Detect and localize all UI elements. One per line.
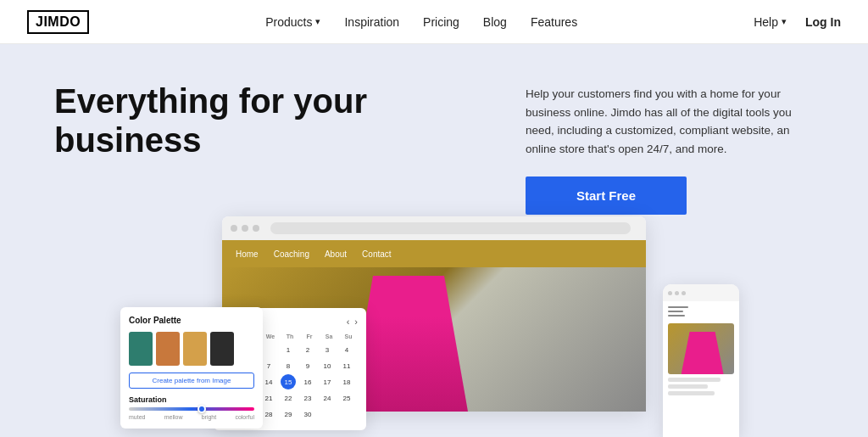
mobile-mockup bbox=[663, 284, 739, 437]
cal-day[interactable]: 24 bbox=[320, 390, 335, 406]
cal-day[interactable]: 2 bbox=[300, 342, 315, 357]
hero-description: Help your customers find you with a home… bbox=[526, 85, 814, 158]
nav-blog[interactable]: Blog bbox=[483, 15, 507, 29]
cal-header-th: Th bbox=[281, 332, 299, 341]
cal-header-su: Su bbox=[339, 332, 358, 341]
palette-title: Color Palette bbox=[129, 316, 254, 325]
nav-inspiration[interactable]: Inspiration bbox=[344, 15, 399, 29]
cal-day[interactable]: 22 bbox=[281, 390, 296, 406]
mobile-dot-3 bbox=[682, 291, 686, 295]
calendar-navigation: ‹ › bbox=[347, 317, 358, 327]
cal-day[interactable]: 10 bbox=[320, 358, 335, 373]
cal-day[interactable]: 21 bbox=[261, 390, 276, 406]
cal-day[interactable]: 28 bbox=[261, 406, 276, 422]
browser-url-bar bbox=[270, 222, 631, 234]
logo[interactable]: JIMDO bbox=[27, 10, 89, 34]
website-nav-home: Home bbox=[236, 249, 259, 259]
mockups-area: Home Coaching About Contact Color Palett… bbox=[103, 216, 765, 437]
browser-dot-1 bbox=[231, 225, 237, 232]
hamburger-line-1 bbox=[668, 306, 688, 308]
saturation-thumb bbox=[198, 405, 206, 413]
mobile-dot-2 bbox=[675, 291, 679, 295]
nav-features[interactable]: Features bbox=[531, 15, 577, 29]
website-nav: Home Coaching About Contact bbox=[222, 240, 646, 267]
cal-day[interactable]: 4 bbox=[339, 342, 354, 357]
saturation-tick-labels: muted mellow bright colorful bbox=[129, 414, 254, 420]
browser-dot-3 bbox=[253, 225, 259, 232]
cal-day[interactable]: 14 bbox=[261, 374, 276, 389]
tick-bright: bright bbox=[202, 414, 217, 420]
cal-header-fr: Fr bbox=[300, 332, 319, 341]
nav-right: Help Log In bbox=[754, 15, 841, 29]
mobile-text-3 bbox=[668, 391, 715, 395]
browser-bar bbox=[222, 216, 646, 240]
mobile-hamburger-icon[interactable] bbox=[668, 306, 734, 317]
cal-header-sa: Sa bbox=[320, 332, 338, 341]
start-free-button[interactable]: Start Free bbox=[526, 176, 687, 215]
browser-dot-2 bbox=[242, 225, 248, 232]
website-nav-contact: Contact bbox=[362, 249, 391, 259]
cal-day[interactable]: 1 bbox=[281, 342, 296, 357]
website-nav-coaching: Coaching bbox=[274, 249, 309, 259]
cal-day[interactable]: 29 bbox=[281, 406, 296, 422]
cal-day[interactable] bbox=[339, 406, 354, 422]
swatch-3 bbox=[183, 332, 207, 366]
saturation-label: Saturation bbox=[129, 395, 254, 404]
hero-headline: Everything for your business bbox=[54, 81, 475, 160]
swatch-1 bbox=[129, 332, 153, 366]
cal-day[interactable]: 23 bbox=[300, 390, 315, 406]
cal-day[interactable]: 16 bbox=[300, 374, 315, 389]
cal-day[interactable]: 17 bbox=[320, 374, 335, 389]
nav-help[interactable]: Help bbox=[754, 15, 787, 29]
cal-day-today[interactable]: 15 bbox=[281, 374, 296, 389]
nav-links: Products Inspiration Pricing Blog Featur… bbox=[265, 15, 577, 29]
hamburger-line-3 bbox=[668, 315, 685, 317]
mobile-top-bar bbox=[663, 284, 739, 301]
swatch-2 bbox=[156, 332, 180, 366]
mobile-text-2 bbox=[668, 384, 708, 389]
hamburger-line-2 bbox=[668, 311, 683, 312]
hero-section: Everything for your business Help your c… bbox=[0, 44, 868, 437]
cal-header-we: We bbox=[261, 332, 280, 341]
nav-pricing[interactable]: Pricing bbox=[423, 15, 459, 29]
cal-day[interactable]: 3 bbox=[320, 342, 335, 357]
cal-day[interactable]: 25 bbox=[339, 390, 354, 406]
mobile-content bbox=[663, 301, 739, 403]
create-palette-button[interactable]: Create palette from Image bbox=[129, 373, 254, 389]
cal-day[interactable]: 9 bbox=[300, 358, 315, 373]
cal-day[interactable]: 18 bbox=[339, 374, 354, 389]
tick-mellow: mellow bbox=[164, 414, 183, 420]
main-nav: JIMDO Products Inspiration Pricing Blog … bbox=[0, 0, 868, 44]
nav-login[interactable]: Log In bbox=[805, 15, 841, 29]
cal-day[interactable]: 11 bbox=[339, 358, 354, 373]
mobile-dot-1 bbox=[668, 291, 672, 295]
cal-day[interactable]: 8 bbox=[281, 358, 296, 373]
calendar-prev[interactable]: ‹ bbox=[347, 317, 350, 327]
cal-day[interactable] bbox=[320, 406, 335, 422]
color-palette-panel: Color Palette Create palette from Image … bbox=[120, 307, 263, 429]
mobile-hero-image bbox=[668, 323, 734, 374]
cal-day[interactable] bbox=[261, 342, 276, 357]
palette-swatches bbox=[129, 332, 254, 366]
hero-content: Everything for your business Help your c… bbox=[54, 81, 814, 215]
hero-right: Help your customers find you with a home… bbox=[526, 81, 814, 215]
tick-colorful: colorful bbox=[235, 414, 254, 420]
swatch-4 bbox=[210, 332, 234, 366]
cal-day[interactable]: 7 bbox=[261, 358, 276, 373]
nav-products[interactable]: Products bbox=[265, 15, 320, 29]
mobile-text-1 bbox=[668, 378, 721, 382]
website-nav-about: About bbox=[325, 249, 347, 259]
tick-muted: muted bbox=[129, 414, 145, 420]
calendar-next[interactable]: › bbox=[354, 317, 358, 327]
cal-day[interactable]: 30 bbox=[300, 406, 315, 422]
saturation-slider[interactable] bbox=[129, 407, 254, 411]
